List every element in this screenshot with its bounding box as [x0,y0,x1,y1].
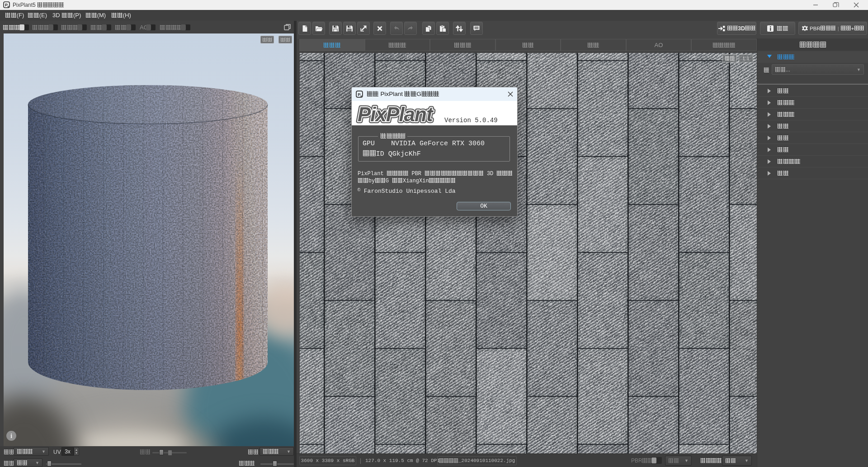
svg-text:PixPlant: PixPlant [358,103,434,125]
svg-text:x: x [7,5,9,8]
svg-text:Version 5.0.49: Version 5.0.49 [444,117,498,124]
